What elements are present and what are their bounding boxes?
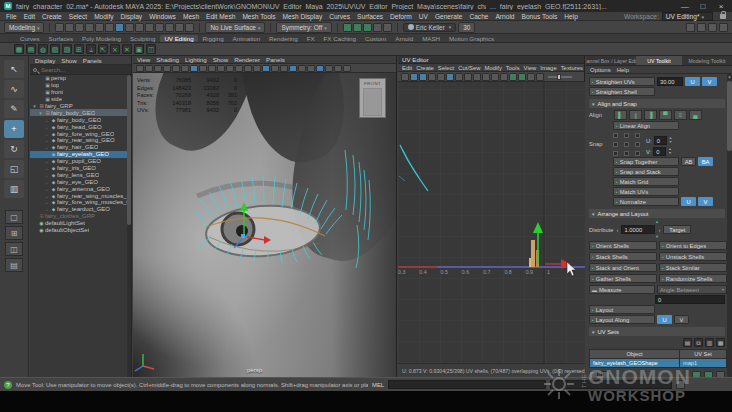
snap-v-field[interactable]: 0: [653, 147, 666, 156]
outliner-item[interactable]: fairy_eyelash_GEO: [30, 151, 127, 158]
film-gate-icon[interactable]: [199, 65, 207, 72]
command-language-toggle[interactable]: MEL: [372, 382, 384, 388]
uv-editor-shelf-icon[interactable]: ⊞: [74, 44, 84, 54]
tool-settings-toggle-icon[interactable]: [697, 23, 706, 32]
menu-item[interactable]: Windows: [149, 13, 176, 20]
menu-item[interactable]: Arnold: [495, 13, 514, 20]
expand-toggle-icon[interactable]: [43, 158, 50, 164]
outliner-item[interactable]: fairy_GRP: [30, 103, 127, 110]
menu-item[interactable]: File: [6, 13, 17, 20]
new-uv-set-icon[interactable]: ▤: [683, 338, 692, 347]
snap-ba-toggle[interactable]: BA: [698, 157, 713, 166]
align-min-v-icon[interactable]: ▄: [689, 110, 702, 120]
menu-item[interactable]: Deform: [390, 13, 412, 20]
uv-editor-menu-item[interactable]: Edit: [402, 65, 412, 71]
uv-statistics-icon[interactable]: [482, 73, 490, 81]
outliner-item[interactable]: persp: [30, 75, 127, 82]
expand-toggle-icon[interactable]: [43, 179, 50, 185]
viewport-menu-item[interactable]: Show: [213, 56, 228, 63]
arrange-button[interactable]: ▪Orient Shells: [589, 241, 657, 250]
viewport-menu-item[interactable]: View: [137, 56, 150, 63]
safe-action-icon[interactable]: [235, 65, 243, 72]
sidebar-tab[interactable]: Channel Box / Layer Editor: [586, 56, 636, 65]
layout-button[interactable]: ▪Layout: [589, 305, 655, 314]
outliner-item[interactable]: fairy_hair_GEO: [30, 144, 127, 151]
camera-attributes-icon[interactable]: [154, 65, 162, 72]
symmetry-dropdown[interactable]: Symmetry: Off: [276, 22, 331, 33]
distribute-next-arrow[interactable]: ›: [658, 227, 660, 233]
normalize-u-toggle[interactable]: U: [681, 197, 696, 206]
search-input[interactable]: [39, 66, 128, 74]
shelf-tab[interactable]: Arnold: [391, 35, 417, 42]
uv-distortion-icon[interactable]: [401, 73, 409, 81]
image-dim-slider[interactable]: [548, 76, 572, 78]
snap-v-stepper[interactable]: ▲▼: [668, 148, 671, 155]
snap-u-stepper[interactable]: ▲▼: [669, 137, 672, 144]
arrange-button[interactable]: ▪Stack and Orient: [589, 263, 657, 272]
expand-toggle-icon[interactable]: [43, 117, 50, 123]
four-pane-layout[interactable]: ⊞: [5, 226, 23, 240]
expand-toggle-icon[interactable]: [43, 151, 50, 157]
shelf-tab[interactable]: Motion Graphics: [445, 35, 498, 42]
toolkit-menu-item[interactable]: Options: [590, 67, 611, 73]
two-panes-icon[interactable]: [181, 65, 189, 72]
viewport-menu-item[interactable]: Panels: [266, 56, 285, 63]
outliner-item[interactable]: top: [30, 82, 127, 89]
scale-tool[interactable]: ◱: [4, 160, 24, 178]
menu-set-dropdown[interactable]: Modeling: [4, 22, 44, 33]
outliner-item[interactable]: fairy_antenna_GEO: [30, 185, 127, 192]
arrange-button[interactable]: ▪Stack Shells: [589, 252, 657, 261]
select-by-hierarchy-icon[interactable]: [105, 23, 114, 32]
menu-item[interactable]: Surfaces: [357, 13, 383, 20]
snap-ab-toggle[interactable]: AB: [681, 157, 696, 166]
outliner-item[interactable]: fairy_iris_GEO: [30, 165, 127, 172]
outliner-item[interactable]: fairy_fore_wing_GEO: [30, 130, 127, 137]
outliner-item[interactable]: defaultLightSet: [30, 220, 127, 227]
render-icon[interactable]: [353, 23, 362, 32]
shelf-tab[interactable]: Custom: [361, 35, 390, 42]
bookmarks-icon[interactable]: [163, 65, 171, 72]
anti-aliasing-icon[interactable]: [316, 65, 324, 72]
menu-item[interactable]: UV: [419, 13, 428, 20]
expand-toggle-icon[interactable]: [43, 124, 50, 130]
normalize-button[interactable]: ▪Normalize: [613, 197, 679, 206]
select-by-component-icon[interactable]: [125, 23, 134, 32]
expand-toggle-icon[interactable]: [37, 110, 44, 116]
checker-map-icon[interactable]: [410, 73, 418, 81]
texture-borders-icon[interactable]: [428, 73, 436, 81]
outliner-scrollbar[interactable]: [127, 75, 131, 377]
gamma-icon[interactable]: [518, 73, 526, 81]
shelf-tab[interactable]: FX: [303, 35, 319, 42]
copy-uv-set-icon[interactable]: ⧉: [694, 338, 703, 347]
expand-toggle-icon[interactable]: [43, 199, 50, 205]
shelf-tab[interactable]: Animation: [229, 35, 265, 42]
paint-select-tool[interactable]: ✎: [4, 100, 24, 118]
snap-and-stack-button[interactable]: ▪Snap and Stack: [613, 167, 679, 176]
straighten-uvs-button[interactable]: ▪Straighten UVs: [589, 77, 655, 86]
attribute-editor-toggle-icon[interactable]: [686, 23, 695, 32]
outliner-item[interactable]: fairy_lens_GEO: [30, 171, 127, 178]
isolate-uvs-icon[interactable]: [491, 73, 499, 81]
two-pane-layout[interactable]: ◫: [5, 242, 23, 256]
align-max-u-icon[interactable]: ▐: [644, 110, 657, 120]
resolution-gate-icon[interactable]: [208, 65, 216, 72]
perspective-viewport[interactable]: ViewShadingLightingShowRendererPanels FR…: [133, 56, 397, 377]
toolkit-scrollbar[interactable]: ▲: [727, 74, 732, 377]
straighten-shell-button[interactable]: ▪Straighten Shell: [589, 87, 655, 96]
outliner-item[interactable]: fairy_tearduct_GEO: [30, 206, 127, 213]
outliner-item[interactable]: fairy_fore_wing_muscles_GEO: [30, 199, 127, 206]
expand-toggle-icon[interactable]: [43, 131, 50, 137]
measure-value-field[interactable]: 0: [655, 295, 725, 304]
expand-toggle-icon[interactable]: [43, 193, 50, 199]
outliner-item[interactable]: fairy_rear_wing_muscles_GEO: [30, 192, 127, 199]
expand-toggle-icon[interactable]: [43, 165, 50, 171]
gate-mask-icon[interactable]: [217, 65, 225, 72]
select-camera-icon[interactable]: [136, 65, 144, 72]
open-scene-icon[interactable]: [65, 23, 74, 32]
match-uvs-button[interactable]: ▪Match UVs: [613, 187, 679, 196]
align-center-u-icon[interactable]: ∥: [629, 110, 642, 120]
save-scene-icon[interactable]: [75, 23, 84, 32]
shelf-tab[interactable]: MASH: [418, 35, 444, 42]
menu-item[interactable]: Mesh Display: [283, 13, 323, 20]
arrange-button[interactable]: ▪Gather Shells: [589, 274, 657, 283]
